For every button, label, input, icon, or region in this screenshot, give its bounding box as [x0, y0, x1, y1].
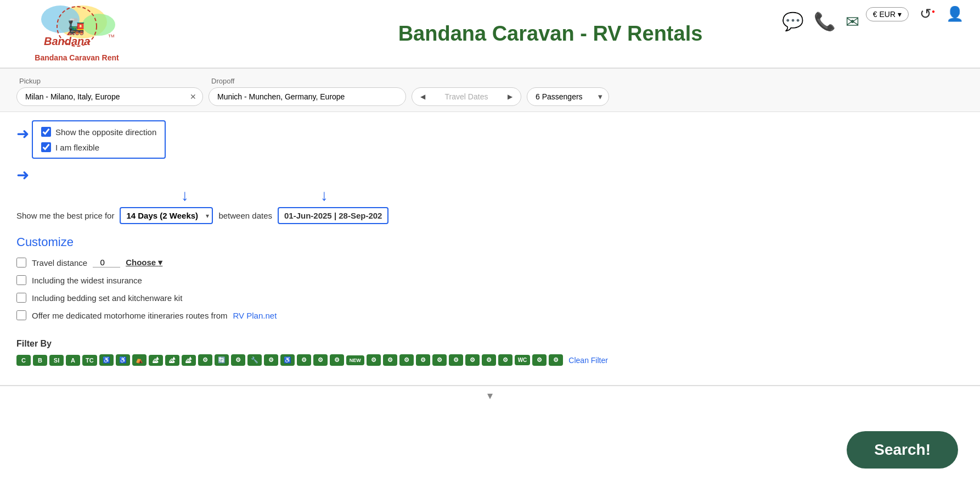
chevron-down-icon: ▾ [487, 389, 493, 402]
logo-area: 🚂 Bandana TM Bandana Caravan Rent [16, 5, 137, 62]
passengers-field-group: 6 Passengers 1 Passenger 2 Passengers 3 … [527, 77, 609, 106]
filter-icon-b[interactable]: B [33, 355, 47, 366]
svg-text:Bandana: Bandana [44, 35, 90, 47]
filter-icon-gear2[interactable]: ⚙ [231, 354, 245, 366]
filter-icon-tent[interactable]: ⛺ [132, 354, 147, 366]
filter-icon-new[interactable]: NEW [346, 355, 364, 365]
travel-dates-label-spacer [412, 77, 521, 85]
filter-icon-c[interactable]: C [16, 355, 31, 366]
clean-filter-link[interactable]: Clean Filter [568, 356, 608, 365]
filter-icon-wheelchair[interactable]: ♿ [99, 354, 114, 366]
travel-distance-checkbox[interactable] [16, 258, 26, 267]
filter-icon-wrench[interactable]: 🔧 [247, 354, 262, 366]
pickup-clear-button[interactable]: ✕ [190, 92, 196, 101]
currency-selector[interactable]: € EUR ▾ [866, 7, 909, 21]
travel-dates-button[interactable]: ◀ Travel Dates ▶ [412, 87, 521, 106]
header-right: € EUR ▾ ↺● 👤 [866, 5, 964, 23]
filter-icon-camp3[interactable]: 🏕 [182, 355, 196, 366]
passengers-select[interactable]: 6 Passengers 1 Passenger 2 Passengers 3 … [527, 87, 609, 106]
pickup-field-group: Pickup ✕ [16, 77, 203, 106]
widest-insurance-label: Including the widest insurance [32, 276, 142, 285]
filter-icon-camp1[interactable]: 🏕 [149, 355, 163, 366]
date-range-display[interactable]: 01-Jun-2025 | 28-Sep-202 [278, 207, 388, 224]
phone-icon[interactable]: 📞 [814, 11, 836, 32]
pickup-label: Pickup [16, 77, 203, 85]
arrow-down-2-icon: ↓ [320, 187, 328, 204]
rv-plan-link[interactable]: RV Plan.net [233, 311, 277, 320]
filter-icon-camp2[interactable]: 🏕 [165, 355, 179, 366]
logo-tagline: Bandana Caravan Rent [35, 53, 119, 62]
blue-arrows: ➜ ➜ [16, 120, 29, 184]
opposite-direction-label: Show the opposite direction [55, 127, 156, 137]
widest-insurance-checkbox[interactable] [16, 275, 26, 285]
rv-plan-checkbox[interactable] [16, 310, 26, 320]
arrow-down-1-icon: ↓ [181, 187, 189, 204]
filter-icon-accessible[interactable]: ♿ [116, 354, 130, 366]
opposite-direction-option[interactable]: Show the opposite direction [41, 127, 156, 137]
history-icon[interactable]: ↺● [920, 5, 935, 23]
travel-distance-label: Travel distance [32, 258, 87, 267]
best-price-label: Show me the best price for [16, 211, 114, 220]
travel-dates-next-icon[interactable]: ▶ [508, 93, 512, 101]
pickup-input-wrap: ✕ [16, 87, 203, 106]
dropoff-input[interactable] [209, 87, 406, 106]
svg-text:TM: TM [108, 34, 115, 38]
duration-select[interactable]: 14 Days (2 Weeks) 1 Day 2 Days 3 Days 7 … [120, 207, 213, 224]
annotations-row: ➜ ➜ Show the opposite direction I am fle… [16, 120, 964, 184]
filter-icon-gear1[interactable]: ⚙ [198, 354, 212, 366]
filter-icon-gear11[interactable]: ⚙ [432, 354, 447, 366]
bedding-option: Including bedding set and kitchenware ki… [16, 293, 964, 303]
filter-icon-gear16[interactable]: ⚙ [532, 354, 547, 366]
filter-icon-si[interactable]: SI [49, 355, 64, 366]
logo-image: 🚂 Bandana TM [27, 5, 126, 52]
currency-label: € EUR [873, 10, 895, 19]
whatsapp-icon[interactable]: 💬 [782, 11, 804, 32]
pickup-input[interactable] [16, 87, 203, 106]
filter-icon-gear4[interactable]: ⚙ [297, 354, 311, 366]
arrow-right-1-icon: ➜ [16, 125, 29, 143]
filter-icon-gear8[interactable]: ⚙ [383, 354, 397, 366]
rv-plan-option: Offer me dedicated motorhome itineraries… [16, 310, 964, 320]
filter-icons-row: C B SI A TC ♿ ♿ ⛺ 🏕 🏕 🏕 ⚙ 🔄 ⚙ 🔧 ⚙ ♿ ⚙ ⚙ … [16, 354, 964, 366]
between-label: between dates [218, 211, 272, 220]
filter-icon-gear3[interactable]: ⚙ [264, 354, 278, 366]
travel-distance-option: Travel distance Choose ▾ [16, 258, 964, 267]
bedding-checkbox[interactable] [16, 293, 26, 303]
travel-dates-prev-icon[interactable]: ◀ [420, 93, 425, 101]
filter-icon-gear15[interactable]: ⚙ [498, 354, 512, 366]
choose-button[interactable]: Choose ▾ [126, 258, 162, 267]
opposite-direction-checkbox[interactable] [41, 127, 51, 137]
filter-icon-cycle[interactable]: 🔄 [215, 354, 229, 366]
filter-icon-a[interactable]: A [66, 355, 80, 366]
choose-label: Choose [126, 258, 156, 267]
flexible-label: I am flexible [55, 143, 99, 152]
arrow-right-2-icon: ➜ [16, 166, 29, 184]
travel-distance-input[interactable] [93, 258, 120, 267]
flexible-option[interactable]: I am flexible [41, 142, 156, 152]
filter-icon-wc[interactable]: WC [515, 355, 531, 365]
filter-title: Filter By [16, 339, 964, 349]
email-icon[interactable]: ✉ [846, 12, 859, 31]
filter-icon-person[interactable]: ♿ [280, 354, 295, 366]
filter-icon-gear17[interactable]: ⚙ [549, 354, 563, 366]
customize-title: Customize [16, 235, 964, 249]
filter-icon-tc[interactable]: TC [82, 355, 97, 366]
dropoff-label: Dropoff [209, 77, 406, 85]
filter-icon-gear14[interactable]: ⚙ [482, 354, 496, 366]
filter-icon-gear6[interactable]: ⚙ [330, 354, 344, 366]
dropoff-field-group: Dropoff [209, 77, 406, 106]
user-icon[interactable]: 👤 [946, 5, 964, 23]
passengers-label-spacer [527, 77, 609, 85]
filter-icon-gear9[interactable]: ⚙ [399, 354, 414, 366]
filter-icon-gear10[interactable]: ⚙ [416, 354, 430, 366]
flexible-checkbox[interactable] [41, 142, 51, 152]
choose-chevron-icon: ▾ [158, 258, 162, 267]
filter-icon-gear12[interactable]: ⚙ [449, 354, 463, 366]
header: 🚂 Bandana TM Bandana Caravan Rent Bandan… [0, 0, 980, 69]
filter-icon-gear7[interactable]: ⚙ [367, 354, 381, 366]
filter-icon-gear13[interactable]: ⚙ [465, 354, 480, 366]
filter-icon-gear5[interactable]: ⚙ [313, 354, 328, 366]
bottom-divider: ▾ [0, 385, 980, 402]
svg-text:🚂: 🚂 [66, 18, 85, 36]
rv-plan-label: Offer me dedicated motorhome itineraries… [32, 311, 228, 320]
